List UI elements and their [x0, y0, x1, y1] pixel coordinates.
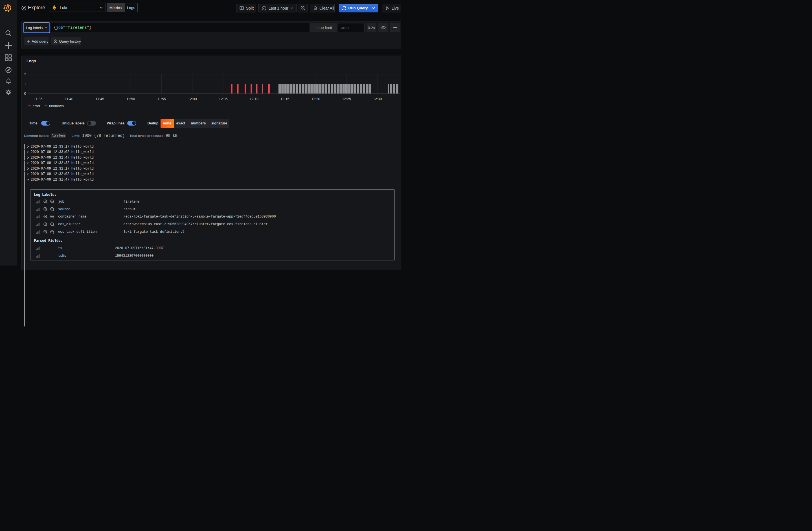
svg-text:12:05: 12:05	[219, 97, 228, 101]
svg-text:11:40: 11:40	[64, 97, 73, 101]
svg-text:2: 2	[24, 72, 26, 76]
svg-text:1: 1	[24, 82, 26, 86]
svg-text:0: 0	[24, 91, 26, 95]
svg-text:11:35: 11:35	[34, 97, 42, 101]
svg-text:11:50: 11:50	[126, 97, 135, 101]
svg-text:12:25: 12:25	[342, 97, 351, 101]
svg-text:12:15: 12:15	[280, 97, 289, 101]
svg-text:12:00: 12:00	[188, 97, 197, 101]
svg-text:12:20: 12:20	[311, 97, 320, 101]
svg-text:11:45: 11:45	[96, 97, 104, 101]
svg-text:11:55: 11:55	[157, 97, 165, 101]
svg-text:12:30: 12:30	[373, 97, 382, 101]
svg-text:12:10: 12:10	[250, 97, 258, 101]
